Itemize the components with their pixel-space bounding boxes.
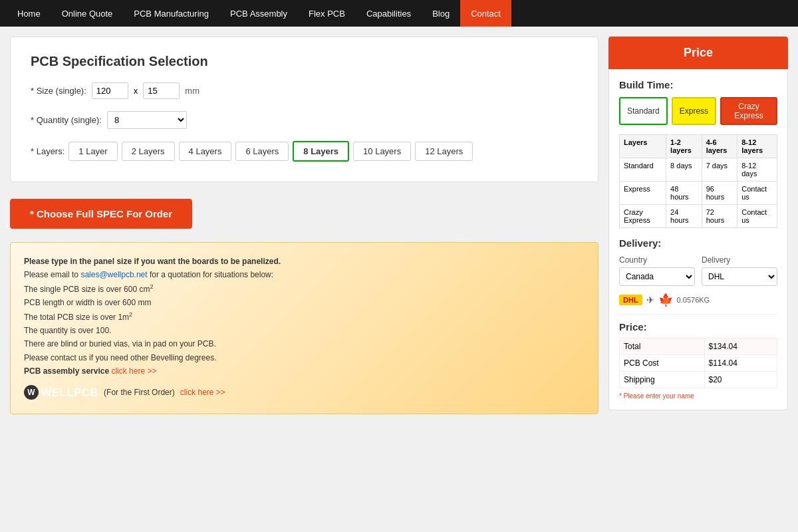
layers-row: * Layers: 1 Layer 2 Layers 4 Layers 6 La…	[31, 141, 578, 162]
delivery-method-label: Delivery	[702, 255, 777, 265]
layer-btn-6[interactable]: 6 Layers	[235, 142, 289, 161]
nav-blog[interactable]: Blog	[422, 0, 460, 27]
info-detail-2: PCB length or width is over 600 mm	[24, 296, 585, 309]
price-note: * Please enter your name	[619, 392, 777, 400]
plane-icon: ✈	[646, 295, 654, 305]
table-header-layers: Layers	[620, 135, 666, 158]
qty-select[interactable]: 8 10 15 20 25 30 50 100	[107, 111, 187, 129]
pcb-cost-value: $114.04	[704, 355, 777, 372]
price-row-pcb: PCB Cost $114.04	[620, 355, 777, 372]
country-col: Country Canada USA UK	[619, 255, 695, 286]
table-row-standard: Standard 8 days 7 days 8-12 days	[620, 158, 777, 182]
size-y-input[interactable]	[143, 82, 180, 99]
build-time-table: Layers 1-2 layers 4-6 layers 8-12 layers…	[619, 134, 777, 228]
nav-pcb-assembly[interactable]: PCB Assembly	[219, 0, 298, 27]
shipping-label: Shipping	[620, 372, 705, 388]
layers-label: * Layers:	[31, 146, 65, 156]
choose-spec-button[interactable]: * Choose Full SPEC For Order	[10, 199, 192, 229]
size-row: * Size (single): x mm	[31, 82, 578, 99]
price-section: Price: Total $134.04 PCB Cost $114.04 Sh…	[619, 314, 777, 400]
nav-home[interactable]: Home	[7, 0, 51, 27]
delivery-row: Country Canada USA UK Delivery DHL FedEx	[619, 255, 777, 286]
delivery-method-col: Delivery DHL FedEx	[702, 255, 777, 286]
info-detail-1: The single PCB size is over 600 cm2	[24, 282, 585, 296]
navigation: Home Online Quote PCB Manufacturing PCB …	[0, 0, 798, 27]
info-assembly: PCB assembly service click here >>	[24, 364, 585, 378]
row-standard-label: Standard	[620, 158, 666, 182]
table-header-4-6: 4-6 layers	[702, 135, 737, 158]
row-standard-col3: 8-12 days	[737, 158, 777, 182]
layer-btn-12[interactable]: 12 Layers	[415, 142, 473, 161]
layer-btn-8[interactable]: 8 Layers	[293, 141, 349, 162]
build-express-btn[interactable]: Express	[672, 97, 716, 125]
right-panel: Build Time: Standard Express Crazy Expre…	[608, 69, 788, 410]
layer-btn-2[interactable]: 2 Layers	[122, 142, 175, 161]
info-box: Please type in the panel size if you wan…	[10, 242, 598, 414]
info-line2-pre: Please email to	[24, 270, 80, 279]
info-line1: Please type in the panel size if you wan…	[24, 255, 585, 268]
layer-btn-4[interactable]: 4 Layers	[179, 142, 232, 161]
row-crazy-col1: 24 hours	[666, 205, 702, 228]
price-row-total: Total $134.04	[620, 338, 777, 355]
layer-btn-10[interactable]: 10 Layers	[353, 142, 411, 161]
size-x-input[interactable]	[92, 82, 128, 99]
spec-title: PCB Specification Selection	[31, 54, 578, 69]
layer-btn-1[interactable]: 1 Layer	[68, 142, 117, 161]
dhl-logo: DHL	[619, 295, 642, 305]
row-standard-col2: 7 days	[702, 158, 737, 182]
info-detail-3: The total PCB size is over 1m2	[24, 310, 585, 324]
qty-label: * Quantity (single):	[31, 115, 102, 125]
table-row-crazy: Crazy Express 24 hours 72 hours Contact …	[620, 205, 777, 228]
country-select[interactable]: Canada USA UK	[619, 267, 695, 286]
spec-card: PCB Specification Selection * Size (sing…	[10, 37, 598, 182]
promo-link[interactable]: click here >>	[180, 386, 225, 399]
total-value: $134.04	[704, 338, 777, 355]
logo-name: WELLPCB	[41, 384, 98, 402]
info-line2-post: for a quotation for situations below:	[148, 270, 273, 279]
row-crazy-col2: 72 hours	[702, 205, 737, 228]
nav-contact[interactable]: Contact	[460, 0, 511, 27]
left-column: PCB Specification Selection * Size (sing…	[10, 37, 598, 522]
price-header: Price	[608, 37, 788, 69]
logo-w-icon: W	[24, 385, 39, 400]
nav-flex-pcb[interactable]: Flex PCB	[298, 0, 356, 27]
row-express-col2: 96 hours	[702, 182, 737, 205]
price-section-title: Price:	[619, 321, 777, 332]
row-express-label: Express	[620, 182, 666, 205]
right-column: Price Build Time: Standard Express Crazy…	[608, 37, 788, 522]
total-label: Total	[620, 338, 705, 355]
shipping-weight: 0.0576KG	[677, 296, 710, 304]
info-detail-6: Please contact us if you need other Beve…	[24, 351, 585, 364]
build-crazy-btn[interactable]: Crazy Express	[720, 97, 777, 125]
build-time-title: Build Time:	[619, 79, 777, 90]
shipping-value: $20	[704, 372, 777, 388]
row-express-col3: Contact us	[737, 182, 777, 205]
info-email[interactable]: sales@wellpcb.net	[80, 270, 147, 279]
row-standard-col1: 8 days	[666, 158, 702, 182]
qty-row: * Quantity (single): 8 10 15 20 25 30 50…	[31, 111, 578, 129]
nav-pcb-manufacturing[interactable]: PCB Manufacturing	[123, 0, 219, 27]
delivery-method-select[interactable]: DHL FedEx	[702, 267, 777, 286]
row-express-col1: 48 hours	[666, 182, 702, 205]
info-assembly-link[interactable]: click here >>	[111, 366, 156, 376]
mm-label: mm	[185, 86, 200, 96]
nav-online-quote[interactable]: Online Quote	[51, 0, 124, 27]
nav-capabilities[interactable]: Capabilities	[356, 0, 422, 27]
pcb-cost-label: PCB Cost	[620, 355, 705, 372]
main-layout: PCB Specification Selection * Size (sing…	[0, 27, 798, 532]
price-table: Total $134.04 PCB Cost $114.04 Shipping …	[619, 338, 777, 388]
info-line2: Please email to sales@wellpcb.net for a …	[24, 268, 585, 281]
row-crazy-col3: Contact us	[737, 205, 777, 228]
flag-icon: 🍁	[658, 293, 673, 307]
info-detail-5: There are blind or buried vias, via in p…	[24, 337, 585, 350]
delivery-title: Delivery:	[619, 237, 777, 249]
table-header-8-12: 8-12 layers	[737, 135, 777, 158]
build-time-buttons: Standard Express Crazy Express	[619, 97, 777, 125]
shipping-visual: DHL ✈ 🍁 0.0576KG	[619, 293, 777, 307]
country-label: Country	[619, 255, 695, 265]
price-row-shipping: Shipping $20	[620, 372, 777, 388]
size-separator: x	[134, 86, 138, 96]
table-header-1-2: 1-2 layers	[666, 135, 702, 158]
build-standard-btn[interactable]: Standard	[619, 97, 668, 125]
info-detail-4: The quantity is over 100.	[24, 324, 585, 337]
